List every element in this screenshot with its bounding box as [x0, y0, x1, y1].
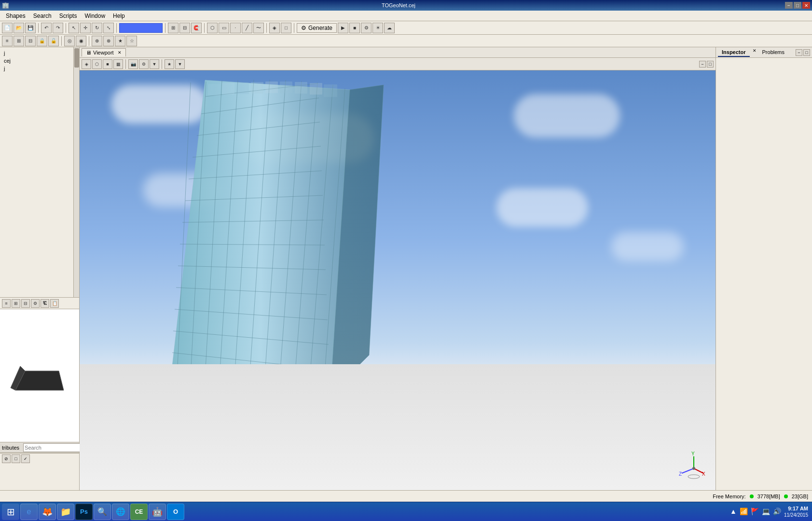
- left-panel: j cej j ≡ ⊞ ⊟ ⚙ 🏗 📋: [0, 47, 80, 490]
- maximize-button[interactable]: □: [794, 2, 801, 9]
- shape-tb-btn3[interactable]: ⊟: [21, 299, 30, 308]
- open-button[interactable]: 📂: [14, 23, 24, 33]
- vp-min-btn[interactable]: −: [699, 61, 706, 68]
- group-button[interactable]: ⊞: [14, 36, 24, 46]
- settings-button[interactable]: ⚙: [361, 23, 372, 33]
- attr-ctrl-btn3[interactable]: ✓: [21, 454, 30, 463]
- undo-button[interactable]: ↶: [41, 23, 52, 33]
- vp-texture-btn[interactable]: ▦: [113, 59, 123, 69]
- viewport-canvas[interactable]: Z X Y: [80, 70, 716, 490]
- taskbar-volume-icon[interactable]: 🔊: [773, 507, 781, 515]
- save-button[interactable]: 💾: [25, 23, 36, 33]
- vp-perspective-btn[interactable]: ◈: [82, 59, 91, 69]
- separator6: [266, 23, 267, 33]
- shape-tb-btn1[interactable]: ≡: [2, 299, 11, 308]
- lock-button[interactable]: 🔒: [37, 36, 47, 46]
- tree-item-j2[interactable]: j: [2, 65, 77, 72]
- snap-button[interactable]: ⊞: [168, 23, 179, 33]
- problems-tab[interactable]: Problems: [758, 48, 788, 57]
- vp-settings-btn[interactable]: ▼: [150, 59, 159, 69]
- coordinate-input[interactable]: 1.00 3.64 1.00: [119, 23, 163, 33]
- inspector-min-btn[interactable]: −: [796, 49, 802, 56]
- taskbar-firefox[interactable]: 🦊: [39, 504, 56, 520]
- start-button[interactable]: ⊞: [2, 504, 19, 520]
- ungroup-button[interactable]: ⊟: [25, 36, 36, 46]
- taskbar-flag-icon[interactable]: 🚩: [751, 507, 759, 515]
- new-button[interactable]: 📄: [2, 23, 13, 33]
- point-button[interactable]: ·: [230, 23, 241, 33]
- shape-tb-btn2[interactable]: ⊞: [12, 299, 20, 308]
- unlock-button[interactable]: 🔓: [48, 36, 59, 46]
- tb2-btn6[interactable]: ☆: [126, 36, 137, 46]
- vp-max-btn[interactable]: □: [707, 61, 714, 68]
- menu-help[interactable]: Help: [109, 12, 129, 20]
- svg-line-38: [682, 468, 694, 473]
- taskbar-outlook[interactable]: O: [167, 504, 184, 520]
- clock[interactable]: 9:17 AM 11/24/2015: [784, 505, 808, 518]
- app-icon: 🏢: [2, 2, 9, 9]
- vp-light-btn[interactable]: ⚙: [139, 59, 149, 69]
- tree-item-cej[interactable]: cej: [2, 57, 77, 65]
- cloud-button[interactable]: ☁: [384, 23, 395, 33]
- curve-button[interactable]: 〜: [253, 23, 264, 33]
- shape-tb-btn6[interactable]: 📋: [50, 299, 59, 308]
- scale-button[interactable]: ⤡: [103, 23, 114, 33]
- taskbar-wifi-icon[interactable]: 📶: [740, 507, 748, 515]
- tb2-btn4[interactable]: ⊗: [103, 36, 114, 46]
- vp-wireframe-btn[interactable]: ⬡: [92, 59, 102, 69]
- grid-button[interactable]: ⊟: [179, 23, 190, 33]
- taskbar-ie[interactable]: e: [20, 504, 38, 520]
- inspector-tab-close[interactable]: ✕: [753, 48, 757, 57]
- rect-button[interactable]: ▭: [219, 23, 229, 33]
- taskbar-android[interactable]: 🤖: [149, 504, 166, 520]
- menu-search[interactable]: Search: [29, 12, 55, 20]
- view3d-button[interactable]: ◈: [269, 23, 280, 33]
- shape-tb-btn4[interactable]: ⚙: [31, 299, 40, 308]
- taskbar-photoshop[interactable]: Ps: [75, 504, 93, 520]
- attr-ctrl-btn1[interactable]: ⊘: [2, 454, 11, 463]
- rotate-button[interactable]: ↻: [92, 23, 102, 33]
- layer-button[interactable]: ≡: [2, 36, 13, 46]
- viewport-tab[interactable]: 🖥 Viewport ✕: [82, 48, 126, 56]
- shape-tb-btn5[interactable]: 🏗: [41, 299, 49, 308]
- minimize-button[interactable]: −: [785, 2, 793, 9]
- generate-button[interactable]: ⚙ Generate: [297, 23, 337, 33]
- tb2-btn3[interactable]: ⊕: [92, 36, 102, 46]
- inspector-tab[interactable]: Inspector: [718, 48, 750, 57]
- taskbar-ce[interactable]: CE: [130, 504, 148, 520]
- tb2-btn5[interactable]: ★: [115, 36, 125, 46]
- attr-ctrl-btn2[interactable]: □: [12, 454, 20, 463]
- move-button[interactable]: ✛: [80, 23, 91, 33]
- close-button[interactable]: ✕: [802, 2, 810, 9]
- line-button[interactable]: ╱: [242, 23, 252, 33]
- redo-button[interactable]: ↷: [53, 23, 63, 33]
- tb2-btn1[interactable]: ◎: [64, 36, 75, 46]
- menu-scripts[interactable]: Scripts: [55, 12, 81, 20]
- menu-window[interactable]: Window: [81, 12, 109, 20]
- view2d-button[interactable]: □: [281, 23, 291, 33]
- inspector-max-btn[interactable]: □: [803, 49, 810, 56]
- ground-plane: [80, 364, 716, 490]
- viewport-tab-close[interactable]: ✕: [118, 50, 122, 55]
- tb2-btn2[interactable]: ◉: [76, 36, 86, 46]
- taskbar-device-icon[interactable]: 💻: [762, 507, 770, 515]
- taskbar-network[interactable]: 🌐: [112, 504, 129, 520]
- vp-solid-btn[interactable]: ■: [103, 59, 112, 69]
- tree-scroll-thumb[interactable]: [74, 48, 79, 68]
- tree-scrollbar[interactable]: [73, 47, 79, 297]
- stop-button[interactable]: ■: [349, 23, 360, 33]
- vp-bookmark-btn[interactable]: ▼: [175, 59, 185, 69]
- polygon-button[interactable]: ⬡: [207, 23, 218, 33]
- light-button[interactable]: ☀: [372, 23, 383, 33]
- menu-shapes[interactable]: Shapes: [2, 12, 29, 20]
- taskbar-search[interactable]: 🔍: [94, 504, 111, 520]
- taskbar-folder[interactable]: 📁: [57, 504, 74, 520]
- magnet-button[interactable]: 🧲: [191, 23, 202, 33]
- vp-cam-btn[interactable]: 📷: [128, 59, 138, 69]
- taskbar-network-icon[interactable]: ▲: [730, 507, 737, 515]
- tree-item-j[interactable]: j: [2, 49, 77, 57]
- clock-date: 11/24/2015: [784, 512, 808, 518]
- select-button[interactable]: ↖: [69, 23, 79, 33]
- run-button[interactable]: ▶: [338, 23, 348, 33]
- vp-star-btn[interactable]: ★: [165, 59, 174, 69]
